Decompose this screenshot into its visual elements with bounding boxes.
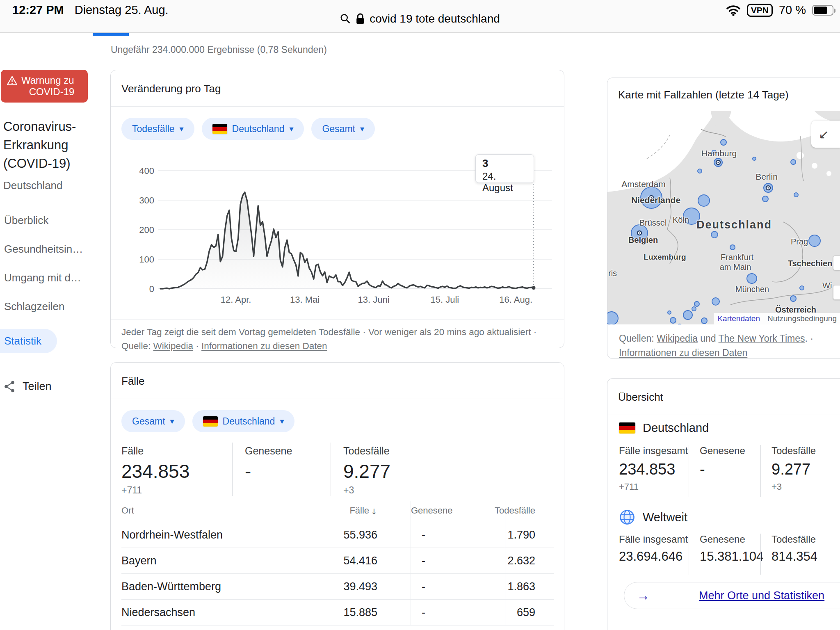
stat-label: Fälle insgesamt [619,445,689,457]
cases-map[interactable]: HamburgBerlinAmsterdamNiederlandeBrüssel… [607,111,840,324]
chevron-down-icon: ▼ [280,418,284,425]
column-header-genesene[interactable]: Genesene [411,501,505,522]
tooltip-value: 3 [482,157,527,170]
chevron-down-icon: ▼ [170,418,174,425]
chip-label: Gesamt [132,416,165,427]
stat-label: Todesfälle [772,445,840,457]
svg-text:300: 300 [139,195,154,205]
map-label-prag: Prag [791,237,808,247]
stat-label: Todesfälle [772,534,840,545]
map-label-tschechien: Tschechien [788,259,833,268]
chip-label: Todesfälle [132,123,175,135]
map-terms-link[interactable]: Nutzungsbedingung [764,313,840,324]
gesamt-filter-chip[interactable]: Gesamt▼ [311,118,375,140]
footer-separator: · [193,341,201,351]
column-header-flle[interactable]: Fälle↓ [328,501,411,522]
map-label-ammain: am Main [720,262,751,272]
region-value: 2.632 [505,548,554,574]
sidebar-item-gesundheitsin[interactable]: Gesundheitsin… [3,243,107,256]
data-info-link[interactable]: Informationen zu diesen Daten [201,341,327,351]
stat-value: - [245,460,331,482]
cases-card: Fälle Gesamt▼Deutschland▼ Fälle 234.853 … [110,362,564,630]
battery-percentage: 70 % [779,3,806,17]
more-stats-link[interactable]: → Mehr Orte und Statistiken [624,582,840,609]
svg-text:13. Juni: 13. Juni [358,294,389,305]
map-zoom-in-button[interactable] [833,256,840,270]
sources-info-link[interactable]: Informationen zu diesen Daten [619,347,747,358]
region-value: 659 [505,600,554,625]
germany-stats: Fälle insgesamt 234.853 +711 Genesene - … [619,445,840,497]
sidebar-item-schlagzeilen[interactable]: Schlagzeilen [3,300,107,313]
svg-text:16. Aug.: 16. Aug. [499,294,532,305]
map-label-amsterdam: Amsterdam [621,179,665,189]
share-label: Teilen [23,380,52,393]
battery-icon [812,5,833,16]
stat-recovered: Genesene 15.381.104 [689,534,760,575]
germany-flag-icon [212,124,227,134]
sidebar-item-statistik[interactable]: Statistik [0,329,57,353]
sidebar-nav: ÜberblickGesundheitsin…Umgang mit d…Schl… [3,214,107,365]
deutschland-filter-chip[interactable]: Deutschland▼ [202,118,304,140]
globe-icon [619,509,635,525]
deutschland-filter-chip[interactable]: Deutschland▼ [192,410,295,432]
chart-card-title: Veränderung pro Tag [121,82,221,95]
column-header-todesflle[interactable]: Todesfälle [505,501,554,522]
region-name: Nordrhein-Westfalen [121,522,328,548]
cases-card-title: Fälle [121,375,144,388]
map-zoom-out-button[interactable] [833,285,840,300]
svg-text:100: 100 [139,254,154,265]
region-name: Bayern [121,548,328,574]
entity-subtitle: Deutschland [3,179,107,192]
todesfälle-filter-chip[interactable]: Todesfälle▼ [121,118,194,140]
map-expand-button[interactable]: ↙ [811,121,840,148]
share-button[interactable]: Teilen [3,380,107,393]
map-data-link[interactable]: Kartendaten [714,313,764,324]
status-bar-right: VPN 70 % [726,3,833,17]
nyt-source-link[interactable]: The New York Times [719,333,805,344]
stat-value: 9.277 [343,460,554,482]
stat-cases: Fälle 234.853 +711 [121,443,232,496]
map-label-luxemburg: Luxemburg [644,253,686,262]
chart-footer: Jeder Tag zeigt die seit dem Vortag geme… [121,325,552,353]
svg-text:400: 400 [139,166,154,176]
svg-text:200: 200 [139,225,154,235]
map-label-kln: Köln [673,215,689,225]
footer-divider [111,320,564,320]
entity-sidebar: Warnung zu COVID-19 Coronavirus-Erkranku… [3,70,107,393]
svg-text:13. Mai: 13. Mai [290,294,320,305]
worldwide-stats: Fälle insgesamt 23.694.646 Genesene 15.3… [619,534,840,575]
svg-text:12. Apr.: 12. Apr. [221,294,251,305]
worldwide-label: Weltweit [643,511,687,524]
sources-prefix: Quellen: [619,333,657,344]
warning-triangle-icon [7,75,18,86]
stat-recovered: Genesene - [232,443,331,496]
stat-label: Genesene [700,445,760,457]
stat-label: Todesfälle [343,445,554,457]
gesamt-filter-chip[interactable]: Gesamt▼ [121,410,185,432]
overview-card: Übersicht Deutschland Fälle insgesamt 23… [607,378,840,630]
region-value: - [411,600,505,625]
region-value: 1.863 [505,574,554,600]
sources-suffix: . · [805,333,813,344]
warning-label-line1: Warnung zu [21,75,82,86]
covid-warning-button[interactable]: Warnung zu COVID-19 [1,70,88,103]
sidebar-item-berblick[interactable]: Überblick [3,214,107,227]
sidebar-item-umgangmitd[interactable]: Umgang mit d… [3,272,107,284]
status-date: Dienstag 25. Aug. [75,3,169,17]
search-query: covid 19 tote deutschland [370,12,500,25]
map-label-belgien: Belgien [628,235,658,245]
arrow-right-icon: → [637,588,650,603]
column-header-ort[interactable]: Ort [121,501,328,522]
lock-icon [356,13,365,25]
map-label-mnchen: München [735,285,769,294]
germany-flag-icon [619,422,635,434]
address-bar[interactable]: covid 19 tote deutschland [340,12,500,25]
wikipedia-source-link[interactable]: Wikipedia [657,333,698,344]
wikipedia-link[interactable]: Wikipedia [153,341,194,351]
cases-stats: Fälle 234.853 +711 Genesene - Todesfälle… [121,443,554,495]
chevron-down-icon: ▼ [180,126,184,132]
stat-cases: Fälle insgesamt 23.694.646 [619,534,689,575]
map-label-niederlande: Niederlande [631,195,680,205]
safari-toolbar: 12:27 PM Dienstag 25. Aug. covid 19 tote… [0,0,840,32]
chevron-down-icon: ▼ [289,126,293,132]
